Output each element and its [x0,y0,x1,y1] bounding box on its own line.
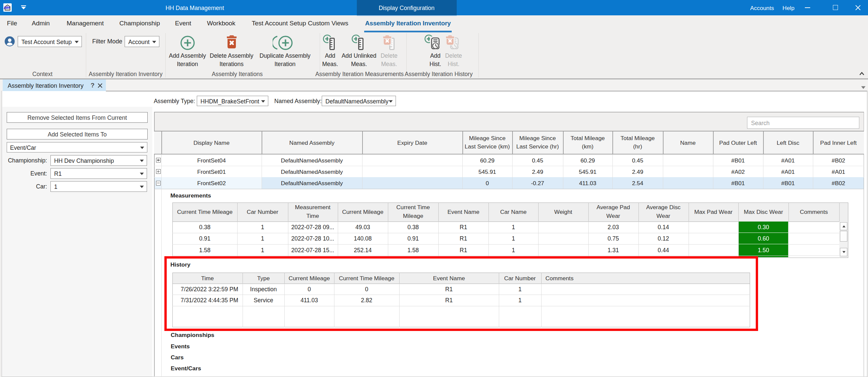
svg-text:HH: HH [3,5,10,10]
